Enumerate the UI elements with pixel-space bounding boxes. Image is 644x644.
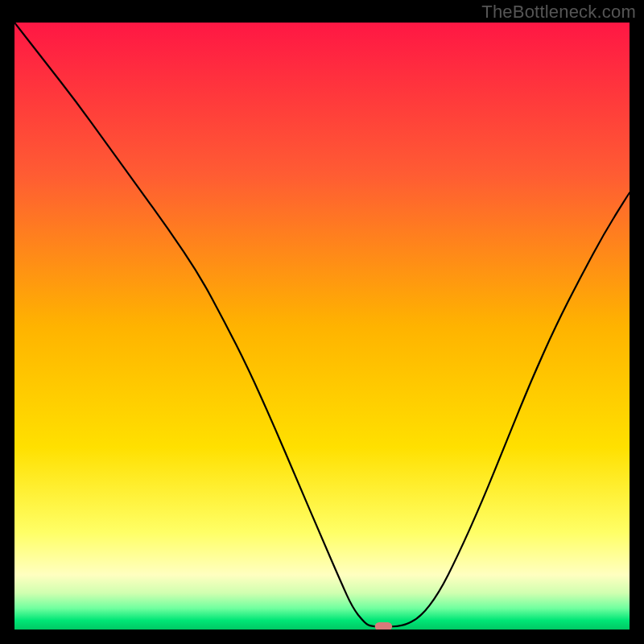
watermark-text: TheBottleneck.com	[481, 2, 636, 23]
optimal-point-marker	[375, 622, 392, 630]
chart-plot-area	[14, 23, 630, 630]
chart-svg	[14, 23, 630, 630]
chart-container: TheBottleneck.com	[0, 0, 644, 644]
